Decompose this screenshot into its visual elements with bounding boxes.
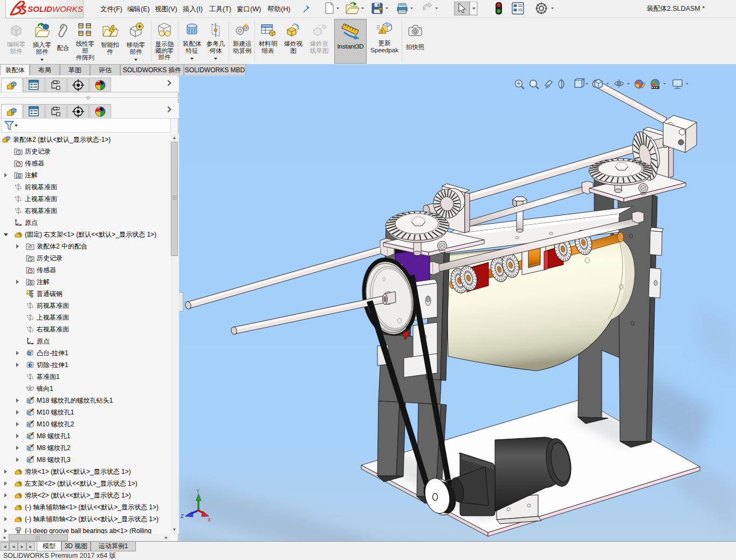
svg-text:X: X	[208, 517, 211, 523]
svg-text:SOLID: SOLID	[27, 4, 52, 13]
svg-text:!: !	[381, 29, 383, 34]
svg-text:A: A	[29, 281, 32, 285]
svg-text:Z: Z	[181, 514, 184, 520]
svg-text:!: !	[380, 9, 381, 12]
svg-text:WORKS: WORKS	[52, 4, 83, 13]
svg-text:A: A	[17, 174, 20, 178]
svg-text:Y: Y	[196, 489, 200, 495]
